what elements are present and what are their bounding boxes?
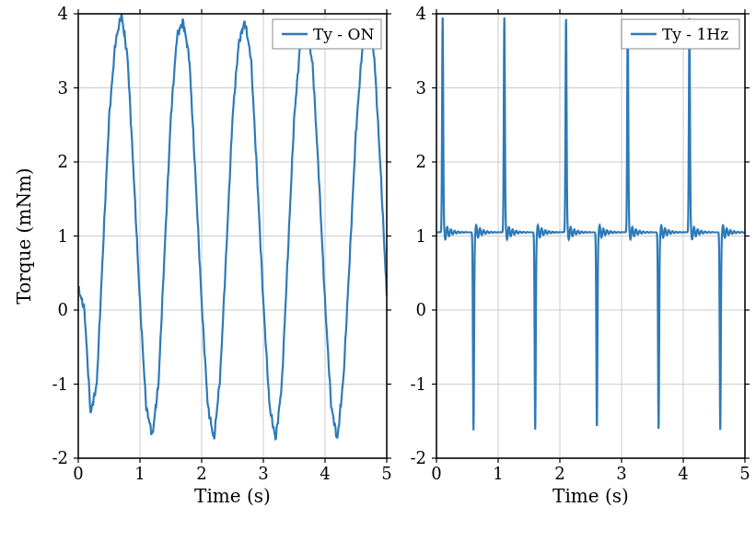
ytick-label: 3 (58, 78, 68, 98)
xlabel: Time (s) (552, 485, 629, 507)
xtick-label: 4 (678, 464, 688, 483)
xtick-label: 3 (258, 464, 268, 483)
ytick-label: 4 (416, 4, 426, 23)
ytick-label: 1 (58, 226, 68, 246)
xtick-label: 3 (616, 464, 626, 483)
ytick-label: 1 (416, 226, 426, 246)
xtick-label: 0 (431, 464, 441, 483)
series-line-left (78, 12, 387, 440)
xtick-label: 1 (134, 464, 145, 483)
series-line-right (436, 17, 745, 431)
ytick-label: 4 (58, 4, 68, 23)
xtick-label: 1 (493, 464, 503, 483)
xtick-label: 2 (196, 464, 206, 483)
ytick-label: -1 (410, 374, 426, 394)
legend-label: Ty - ON (313, 25, 374, 43)
ytick-label: -1 (52, 374, 68, 394)
xtick-label: 5 (381, 464, 391, 483)
ytick-label: 2 (58, 152, 68, 171)
ytick-label: 3 (416, 78, 426, 98)
xtick-label: 0 (73, 464, 83, 483)
xlabel: Time (s) (194, 485, 271, 507)
ytick-label: -2 (52, 448, 68, 467)
xtick-label: 4 (320, 464, 330, 483)
ytick-label: -2 (410, 448, 426, 467)
ytick-label: 2 (416, 152, 426, 171)
ylabel: Torque (mNm) (13, 167, 35, 304)
xtick-label: 2 (554, 464, 564, 483)
ytick-label: 0 (416, 300, 426, 319)
legend-label: Ty - 1Hz (662, 25, 728, 43)
ytick-label: 0 (58, 300, 68, 319)
xtick-label: 5 (739, 464, 750, 483)
